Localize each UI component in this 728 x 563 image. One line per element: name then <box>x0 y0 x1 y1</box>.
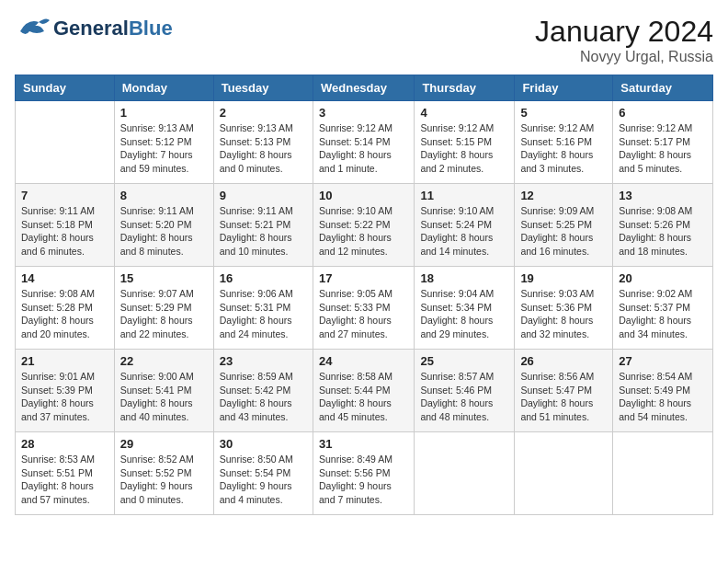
day-number: 5 <box>520 106 607 120</box>
calendar-cell: 1Sunrise: 9:13 AM Sunset: 5:12 PM Daylig… <box>114 101 213 184</box>
day-number: 27 <box>619 354 707 368</box>
day-info: Sunrise: 9:11 AM Sunset: 5:18 PM Dayligh… <box>21 204 108 259</box>
day-number: 26 <box>520 354 607 368</box>
day-number: 14 <box>21 271 108 285</box>
day-info: Sunrise: 9:08 AM Sunset: 5:28 PM Dayligh… <box>21 287 108 341</box>
month-title: January 2024 <box>535 15 713 49</box>
location-title: Novyy Urgal, Russia <box>535 49 713 65</box>
day-info: Sunrise: 9:04 AM Sunset: 5:34 PM Dayligh… <box>420 287 508 341</box>
day-number: 28 <box>21 437 108 451</box>
calendar-cell <box>415 432 515 515</box>
calendar-cell: 14Sunrise: 9:08 AM Sunset: 5:28 PM Dayli… <box>16 267 115 350</box>
day-info: Sunrise: 9:13 AM Sunset: 5:12 PM Dayligh… <box>120 121 208 176</box>
day-info: Sunrise: 9:06 AM Sunset: 5:31 PM Dayligh… <box>220 287 307 341</box>
day-number: 8 <box>120 189 208 202</box>
day-info: Sunrise: 8:58 AM Sunset: 5:44 PM Dayligh… <box>319 370 408 424</box>
calendar-cell: 15Sunrise: 9:07 AM Sunset: 5:29 PM Dayli… <box>114 267 213 350</box>
calendar-cell: 11Sunrise: 9:10 AM Sunset: 5:24 PM Dayli… <box>415 184 515 267</box>
day-number: 4 <box>420 106 508 120</box>
day-info: Sunrise: 9:11 AM Sunset: 5:21 PM Dayligh… <box>220 204 307 259</box>
day-info: Sunrise: 9:12 AM Sunset: 5:14 PM Dayligh… <box>319 121 408 176</box>
day-number: 21 <box>21 354 108 368</box>
calendar-cell: 7Sunrise: 9:11 AM Sunset: 5:18 PM Daylig… <box>16 184 115 267</box>
calendar-cell: 6Sunrise: 9:12 AM Sunset: 5:17 PM Daylig… <box>613 101 713 184</box>
day-number: 16 <box>220 271 307 285</box>
calendar-cell: 25Sunrise: 8:57 AM Sunset: 5:46 PM Dayli… <box>415 350 515 432</box>
day-number: 9 <box>220 189 307 202</box>
day-info: Sunrise: 9:03 AM Sunset: 5:36 PM Dayligh… <box>520 287 607 341</box>
day-info: Sunrise: 8:59 AM Sunset: 5:42 PM Dayligh… <box>220 370 307 424</box>
page-header: GeneralBlue January 2024 Novyy Urgal, Ru… <box>15 15 713 65</box>
calendar-cell: 5Sunrise: 9:12 AM Sunset: 5:16 PM Daylig… <box>515 101 613 184</box>
calendar-cell: 19Sunrise: 9:03 AM Sunset: 5:36 PM Dayli… <box>515 267 613 350</box>
calendar-cell: 3Sunrise: 9:12 AM Sunset: 5:14 PM Daylig… <box>313 101 414 184</box>
day-number: 7 <box>21 189 108 202</box>
calendar-cell: 8Sunrise: 9:11 AM Sunset: 5:20 PM Daylig… <box>114 184 213 267</box>
calendar-cell <box>515 432 613 515</box>
day-info: Sunrise: 9:11 AM Sunset: 5:20 PM Dayligh… <box>120 204 208 259</box>
weekday-header-sunday: Sunday <box>16 75 115 101</box>
calendar-cell: 12Sunrise: 9:09 AM Sunset: 5:25 PM Dayli… <box>515 184 613 267</box>
day-number: 23 <box>220 354 307 368</box>
day-number: 15 <box>120 271 208 285</box>
calendar-cell: 2Sunrise: 9:13 AM Sunset: 5:13 PM Daylig… <box>213 101 313 184</box>
day-info: Sunrise: 8:49 AM Sunset: 5:56 PM Dayligh… <box>319 453 408 507</box>
day-number: 2 <box>220 106 307 120</box>
day-info: Sunrise: 9:05 AM Sunset: 5:33 PM Dayligh… <box>319 287 408 341</box>
calendar-cell: 21Sunrise: 9:01 AM Sunset: 5:39 PM Dayli… <box>16 350 115 432</box>
day-number: 24 <box>319 354 408 368</box>
logo-blue: Blue <box>129 17 173 40</box>
calendar-cell: 28Sunrise: 8:53 AM Sunset: 5:51 PM Dayli… <box>16 432 115 515</box>
title-block: January 2024 Novyy Urgal, Russia <box>535 15 713 65</box>
day-number: 13 <box>619 189 707 202</box>
calendar-table: SundayMondayTuesdayWednesdayThursdayFrid… <box>15 75 713 515</box>
calendar-cell: 4Sunrise: 9:12 AM Sunset: 5:15 PM Daylig… <box>415 101 515 184</box>
week-row-3: 14Sunrise: 9:08 AM Sunset: 5:28 PM Dayli… <box>16 267 713 350</box>
day-number: 10 <box>319 189 408 202</box>
calendar-cell: 13Sunrise: 9:08 AM Sunset: 5:26 PM Dayli… <box>613 184 713 267</box>
calendar-cell: 20Sunrise: 9:02 AM Sunset: 5:37 PM Dayli… <box>613 267 713 350</box>
weekday-header-friday: Friday <box>515 75 613 101</box>
day-number: 22 <box>120 354 208 368</box>
day-info: Sunrise: 9:00 AM Sunset: 5:41 PM Dayligh… <box>120 370 208 424</box>
calendar-cell <box>613 432 713 515</box>
day-info: Sunrise: 9:12 AM Sunset: 5:17 PM Dayligh… <box>619 121 707 176</box>
calendar-cell: 10Sunrise: 9:10 AM Sunset: 5:22 PM Dayli… <box>313 184 414 267</box>
calendar-cell: 16Sunrise: 9:06 AM Sunset: 5:31 PM Dayli… <box>213 267 313 350</box>
day-number: 12 <box>520 189 607 202</box>
logo-general: General <box>53 17 129 40</box>
day-number: 6 <box>619 106 707 120</box>
calendar-cell: 26Sunrise: 8:56 AM Sunset: 5:47 PM Dayli… <box>515 350 613 432</box>
day-info: Sunrise: 9:01 AM Sunset: 5:39 PM Dayligh… <box>21 370 108 424</box>
calendar-cell: 27Sunrise: 8:54 AM Sunset: 5:49 PM Dayli… <box>613 350 713 432</box>
weekday-header-row: SundayMondayTuesdayWednesdayThursdayFrid… <box>16 75 713 101</box>
calendar-cell: 18Sunrise: 9:04 AM Sunset: 5:34 PM Dayli… <box>415 267 515 350</box>
day-info: Sunrise: 8:56 AM Sunset: 5:47 PM Dayligh… <box>520 370 607 424</box>
day-info: Sunrise: 9:02 AM Sunset: 5:37 PM Dayligh… <box>619 287 707 341</box>
calendar-cell: 31Sunrise: 8:49 AM Sunset: 5:56 PM Dayli… <box>313 432 414 515</box>
calendar-cell: 29Sunrise: 8:52 AM Sunset: 5:52 PM Dayli… <box>114 432 213 515</box>
day-number: 25 <box>420 354 508 368</box>
day-info: Sunrise: 9:09 AM Sunset: 5:25 PM Dayligh… <box>520 204 607 259</box>
day-info: Sunrise: 9:08 AM Sunset: 5:26 PM Dayligh… <box>619 204 707 259</box>
weekday-header-monday: Monday <box>114 75 213 101</box>
day-number: 1 <box>120 106 208 120</box>
calendar-cell: 22Sunrise: 9:00 AM Sunset: 5:41 PM Dayli… <box>114 350 213 432</box>
day-number: 19 <box>520 271 607 285</box>
week-row-1: 1Sunrise: 9:13 AM Sunset: 5:12 PM Daylig… <box>16 101 713 184</box>
weekday-header-wednesday: Wednesday <box>313 75 414 101</box>
day-info: Sunrise: 9:12 AM Sunset: 5:15 PM Dayligh… <box>420 121 508 176</box>
day-number: 11 <box>420 189 508 202</box>
weekday-header-tuesday: Tuesday <box>213 75 313 101</box>
day-info: Sunrise: 8:54 AM Sunset: 5:49 PM Dayligh… <box>619 370 707 424</box>
calendar-cell: 24Sunrise: 8:58 AM Sunset: 5:44 PM Dayli… <box>313 350 414 432</box>
logo-bird-icon <box>15 15 50 42</box>
week-row-2: 7Sunrise: 9:11 AM Sunset: 5:18 PM Daylig… <box>16 184 713 267</box>
day-number: 31 <box>319 437 408 451</box>
logo: GeneralBlue <box>15 15 173 42</box>
day-number: 17 <box>319 271 408 285</box>
calendar-cell: 30Sunrise: 8:50 AM Sunset: 5:54 PM Dayli… <box>213 432 313 515</box>
day-number: 3 <box>319 106 408 120</box>
week-row-5: 28Sunrise: 8:53 AM Sunset: 5:51 PM Dayli… <box>16 432 713 515</box>
day-info: Sunrise: 9:10 AM Sunset: 5:22 PM Dayligh… <box>319 204 408 259</box>
